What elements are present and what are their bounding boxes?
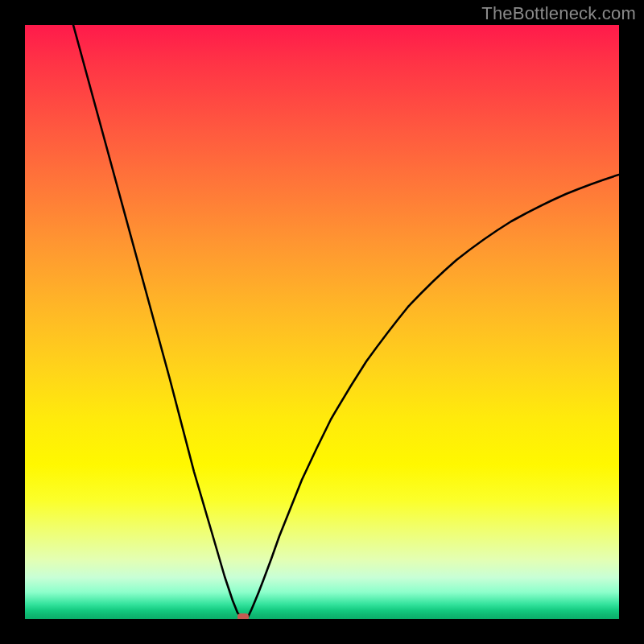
chart-frame: TheBottleneck.com [0, 0, 644, 644]
watermark-text: TheBottleneck.com [481, 3, 636, 24]
bottleneck-curve [25, 25, 619, 619]
plot-area [25, 25, 619, 619]
min-marker [237, 613, 249, 619]
curve-right-branch [247, 175, 619, 618]
curve-left-branch [73, 25, 242, 618]
